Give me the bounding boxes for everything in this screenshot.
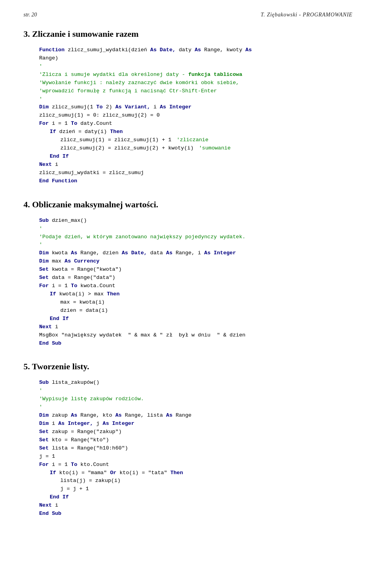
code-line: Set zakup = Range("zakup") xyxy=(39,428,352,436)
code-line: Dim kwota As Range, dzien As Date, data … xyxy=(39,249,352,257)
code-line: If kwota(i) > max Then xyxy=(50,290,352,298)
page-number: str. 20 xyxy=(24,12,37,18)
code-line: Dim zlicz_sumuj(1 To 2) As Variant, i As… xyxy=(39,103,352,111)
code-line: ' xyxy=(39,95,352,104)
page-title-header: T. Ziębakowski - PROGRAMOWANIE xyxy=(261,12,352,18)
code-line: Function zlicz_sumuj_wydatki(dzień As Da… xyxy=(39,46,352,54)
code-line: zlicz_sumuj(2) = zlicz_sumuj(2) + kwoty(… xyxy=(60,144,352,153)
code-line: Set kwota = Range("kwota") xyxy=(39,266,352,274)
section-5: 5. Tworzenie listy. Sub lista_zakupów() … xyxy=(24,361,352,518)
code-line: 'Zlicza i sumuje wydatki dla określonej … xyxy=(39,71,352,79)
code-line: If kto(i) = "mama" Or kto(i) = "tata" Th… xyxy=(50,469,352,477)
code-line: Sub dzien_max() xyxy=(39,217,352,225)
code-line: Set lista = Range("h10:h60") xyxy=(39,444,352,453)
code-line: Set kto = Range("kto") xyxy=(39,436,352,444)
code-line: lista(j) = zakup(i) xyxy=(60,477,352,485)
code-line: Range) xyxy=(39,54,352,63)
code-block-section4: Sub dzien_max() ' 'Podaje dzień, w który… xyxy=(39,217,352,348)
code-line: Dim max As Currency xyxy=(39,257,352,266)
code-line: 'wprowadzić formułę z funkcją i nacisnąć… xyxy=(39,87,352,95)
code-line: For i = 1 To kto.Count xyxy=(39,461,352,469)
code-line: End Sub xyxy=(39,340,352,348)
section-4: 4. Obliczanie maksymalnej wartości. Sub … xyxy=(24,200,352,348)
code-line: ' xyxy=(39,387,352,395)
code-line: ' xyxy=(39,241,352,249)
code-line: zlicz_sumuj_wydatki = zlicz_sumuj xyxy=(39,169,352,177)
code-line: Set data = Range("data") xyxy=(39,274,352,282)
code-line: ' xyxy=(39,403,352,412)
section5-heading: 5. Tworzenie listy. xyxy=(24,361,352,372)
code-block-section5: Sub lista_zakupów() ' 'Wypisuje listę za… xyxy=(39,379,352,518)
code-line: zlicz_sumuj(1) = zlicz_sumuj(1) + 1'zlic… xyxy=(60,136,352,144)
code-line: Next i xyxy=(39,161,352,169)
code-line: Next i xyxy=(39,323,352,331)
page: str. 20 T. Ziębakowski - PROGRAMOWANIE 3… xyxy=(0,0,376,588)
code-line: For i = 1 To kwota.Count xyxy=(39,282,352,290)
code-line: Dim i As Integer, j As Integer xyxy=(39,420,352,428)
code-line: 'Wywołanie funkcji : należy zaznaczyć dw… xyxy=(39,79,352,87)
code-line: j = 1 xyxy=(39,453,352,461)
code-line: Next i xyxy=(39,502,352,510)
code-line: 'Podaje dzień, w którym zanotowano najwi… xyxy=(39,233,352,241)
code-line: End Function xyxy=(39,177,352,185)
section4-heading: 4. Obliczanie maksymalnej wartości. xyxy=(24,200,352,210)
code-line: End If xyxy=(50,315,352,323)
code-line: If dzień = daty(i) Then xyxy=(50,128,352,136)
code-line: For i = 1 To daty.Count xyxy=(39,120,352,128)
page-header: str. 20 T. Ziębakowski - PROGRAMOWANIE xyxy=(24,12,352,18)
code-line: 'Wypisuje listę zakupów rodziców. xyxy=(39,395,352,403)
code-line: End If xyxy=(50,493,352,502)
code-line: End Sub xyxy=(39,510,352,518)
code-line: Sub lista_zakupów() xyxy=(39,379,352,387)
code-line: zlicz_sumuj(1) = 0: zlicz_sumuj(2) = 0 xyxy=(39,111,352,120)
code-line: j = j + 1 xyxy=(60,485,352,493)
code-line: dzien = data(i) xyxy=(60,307,352,315)
section3-heading: 3. Zliczanie i sumowanie razem xyxy=(24,29,352,39)
code-line: End If xyxy=(50,153,352,161)
code-line: ' xyxy=(39,225,352,233)
code-line: ' xyxy=(39,63,352,71)
code-line: MsgBox "największy wydatek " & max & " z… xyxy=(39,331,352,340)
code-line: Dim zakup As Range, kto As Range, lista … xyxy=(39,412,352,420)
section-3: 3. Zliczanie i sumowanie razem Function … xyxy=(24,29,352,185)
code-block-section3: Function zlicz_sumuj_wydatki(dzień As Da… xyxy=(39,46,352,185)
code-line: max = kwota(i) xyxy=(60,298,352,307)
